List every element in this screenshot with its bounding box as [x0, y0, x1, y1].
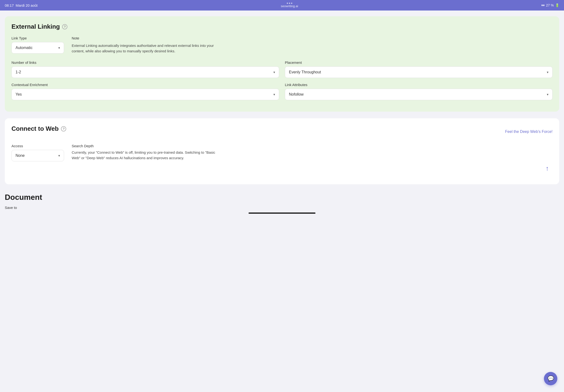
search-depth-group: Search Depth Currently, your "Connect to… — [72, 144, 552, 161]
external-linking-title: External Linking ? — [12, 23, 552, 30]
wifi-icon: ▾▾ — [541, 3, 545, 7]
link-attributes-arrow: ▾ — [547, 93, 549, 96]
number-of-links-arrow: ▾ — [273, 70, 275, 74]
link-type-group: Link Type Automatic ▾ — [12, 36, 64, 54]
contextual-enrichment-group: Contextual Enrichment Yes ▾ — [12, 83, 279, 100]
chat-icon: 💬 — [548, 376, 554, 382]
status-bar-center: seowriting.ai — [281, 3, 298, 8]
url-bar[interactable]: seowriting.ai — [281, 4, 298, 8]
main-content: External Linking ? Link Type Automatic ▾… — [0, 11, 564, 221]
note-text: External Linking automatically integrate… — [72, 42, 220, 54]
access-label: Access — [12, 144, 64, 148]
placement-value: Evenly Throughout — [289, 70, 321, 74]
status-bar-right: ▾▾ 27 % 🔋 — [541, 3, 559, 7]
document-section: Document Save to — [5, 191, 559, 216]
time: 08:17 — [5, 3, 14, 7]
connect-help-icon[interactable]: ? — [61, 126, 66, 131]
connect-header-row: Connect to Web ? Feel the Deep Web's For… — [12, 125, 552, 138]
link-attributes-value: Nofollow — [289, 92, 303, 97]
document-title: Document — [5, 193, 559, 202]
placement-label: Placement — [285, 60, 552, 65]
placement-group: Placement Evenly Throughout ▾ — [285, 60, 552, 78]
number-of-links-value: 1-2 — [15, 70, 21, 74]
access-dropdown[interactable]: None ▾ — [12, 150, 64, 161]
dot-3 — [291, 3, 292, 4]
external-linking-title-text: External Linking — [12, 23, 60, 30]
link-attributes-dropdown[interactable]: Nofollow ▾ — [285, 89, 552, 100]
access-group: Access None ▾ — [12, 144, 64, 161]
external-linking-section: External Linking ? Link Type Automatic ▾… — [5, 16, 559, 112]
link-type-arrow: ▾ — [58, 46, 60, 50]
number-of-links-group: Number of links 1-2 ▾ — [12, 60, 279, 78]
link-type-note-row: Link Type Automatic ▾ Note External Link… — [12, 36, 552, 54]
link-type-dropdown[interactable]: Automatic ▾ — [12, 42, 64, 54]
scroll-up-button[interactable]: ↑ — [542, 163, 552, 174]
scroll-up-area: ↑ — [12, 161, 552, 178]
chat-button[interactable]: 💬 — [544, 372, 557, 385]
access-value: None — [15, 154, 25, 158]
bottom-bar — [248, 212, 316, 214]
contextual-enrichment-arrow: ▾ — [273, 93, 275, 96]
connect-title: Connect to Web ? — [12, 125, 66, 132]
contextual-enrichment-dropdown[interactable]: Yes ▾ — [12, 89, 279, 100]
contextual-enrichment-value: Yes — [15, 92, 22, 97]
status-bar: 08:17 Mardi 20 août seowriting.ai ▾▾ 27 … — [0, 0, 564, 11]
connect-to-web-section: Connect to Web ? Feel the Deep Web's For… — [5, 118, 559, 184]
scroll-up-arrow-icon: ↑ — [546, 165, 549, 172]
search-depth-note: Currently, your "Connect to Web" is off,… — [72, 150, 225, 161]
note-label: Note — [72, 36, 220, 40]
number-of-links-label: Number of links — [12, 60, 279, 65]
search-depth-label: Search Depth — [72, 144, 552, 148]
contextual-enrichment-label: Contextual Enrichment — [12, 83, 279, 87]
battery-percentage: 27 % — [546, 3, 554, 7]
status-bar-left: 08:17 Mardi 20 août — [5, 3, 38, 7]
links-placement-row: Number of links 1-2 ▾ Placement Evenly T… — [12, 60, 552, 78]
date: Mardi 20 août — [16, 3, 38, 7]
note-group: Note External Linking automatically inte… — [72, 36, 220, 54]
placement-arrow: ▾ — [547, 70, 549, 74]
external-linking-help-icon[interactable]: ? — [62, 24, 67, 29]
link-attributes-group: Link Attributes Nofollow ▾ — [285, 83, 552, 100]
window-controls — [287, 3, 292, 4]
dot-2 — [289, 3, 290, 4]
link-attributes-label: Link Attributes — [285, 83, 552, 87]
connect-title-text: Connect to Web — [12, 125, 58, 132]
placement-dropdown[interactable]: Evenly Throughout ▾ — [285, 67, 552, 78]
access-arrow: ▾ — [58, 154, 60, 157]
feel-deep-web-link[interactable]: Feel the Deep Web's Force! — [505, 129, 552, 134]
contextual-attributes-row: Contextual Enrichment Yes ▾ Link Attribu… — [12, 83, 552, 100]
battery-icon: 🔋 — [555, 3, 559, 7]
number-of-links-dropdown[interactable]: 1-2 ▾ — [12, 67, 279, 78]
link-type-label: Link Type — [12, 36, 64, 40]
connect-body: Access None ▾ Search Depth Currently, yo… — [12, 144, 552, 161]
save-to-label: Save to — [5, 206, 559, 210]
dot-1 — [287, 3, 288, 4]
link-type-value: Automatic — [15, 46, 32, 50]
